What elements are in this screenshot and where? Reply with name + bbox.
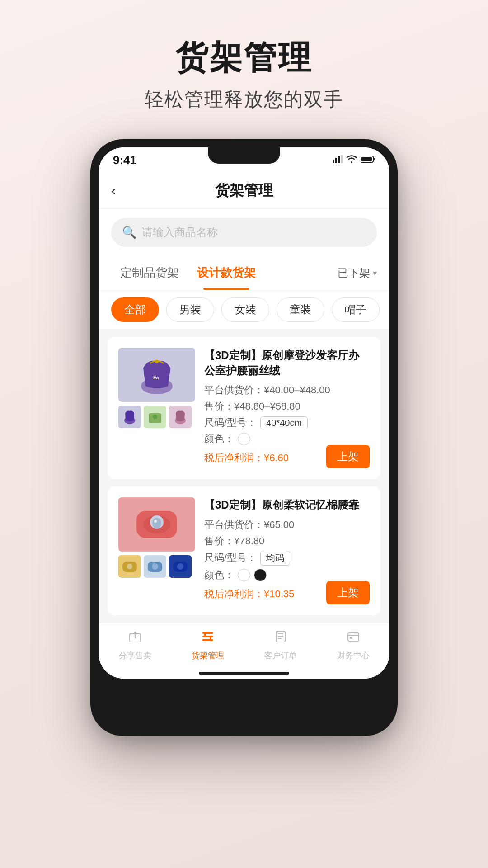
svg-rect-38 <box>350 637 352 639</box>
svg-point-24 <box>177 563 183 570</box>
category-women[interactable]: 女装 <box>221 297 269 322</box>
nav-bar: ‹ 货架管理 <box>99 173 389 209</box>
svg-point-20 <box>127 564 132 569</box>
nav-title: 货架管理 <box>133 181 355 201</box>
product-platform-price-1: 平台供货价：¥40.00–¥48.00 <box>204 383 370 397</box>
page-subtitle: 轻松管理释放您的双手 <box>145 87 343 112</box>
back-button[interactable]: ‹ <box>111 182 133 199</box>
share-icon <box>128 629 142 647</box>
app-content: ‹ 货架管理 🔍 请输入商品名称 定制品货架 设计款货架 <box>99 173 389 679</box>
color-label-2: 颜色： <box>204 568 234 582</box>
page-main-title: 货架管理 <box>145 36 343 80</box>
chevron-down-icon: ▾ <box>373 268 377 278</box>
svg-rect-2 <box>338 156 340 163</box>
svg-rect-36 <box>348 633 359 641</box>
product-size-row-2: 尺码/型号： 均码 <box>204 551 370 566</box>
phone-inner: 9:41 <box>99 147 389 679</box>
nav-item-order[interactable]: 客户订单 <box>244 629 317 661</box>
product-thumb-1b <box>144 406 166 428</box>
shelf-icon <box>201 629 215 647</box>
product-size-row-1: 尺码/型号： 40*40cm <box>204 416 370 429</box>
home-indicator <box>99 668 389 679</box>
tab-custom[interactable]: 定制品货架 <box>111 256 188 290</box>
svg-text:Ea: Ea <box>153 375 159 380</box>
svg-rect-3 <box>341 155 343 163</box>
product-sale-price-2: 售价：¥78.80 <box>204 534 370 548</box>
nav-label-order: 客户订单 <box>264 650 297 661</box>
svg-rect-27 <box>202 632 213 634</box>
svg-rect-29 <box>202 639 213 641</box>
product-thumbs-1 <box>118 406 195 428</box>
wifi-icon <box>346 154 357 166</box>
nav-item-finance[interactable]: 财务中心 <box>317 629 389 661</box>
search-bar[interactable]: 🔍 请输入商品名称 <box>111 218 377 247</box>
svg-rect-5 <box>373 158 375 160</box>
product-sale-price-1: 售价：¥48.80–¥58.80 <box>204 400 370 413</box>
bottom-nav: 分享售卖 货架管理 客户订单 <box>99 623 389 668</box>
svg-rect-30 <box>204 634 206 636</box>
status-icons <box>333 154 375 166</box>
size-tag-1: 40*40cm <box>260 416 308 429</box>
signal-icon <box>333 154 343 166</box>
battery-icon <box>361 154 375 166</box>
product-name-2: 【3D定制】原创柔软记忆棉腰靠 <box>204 497 370 513</box>
category-hat[interactable]: 帽子 <box>332 297 380 322</box>
tab-design[interactable]: 设计款货架 <box>188 256 265 290</box>
product-thumb-1a <box>118 406 141 428</box>
color-label-1: 颜色： <box>204 432 234 446</box>
nav-label-shelf: 货架管理 <box>192 650 224 661</box>
category-all[interactable]: 全部 <box>111 297 159 322</box>
status-time: 9:41 <box>113 153 136 167</box>
search-icon: 🔍 <box>122 226 136 240</box>
action-btn-1[interactable]: 上架 <box>326 445 370 468</box>
size-label-2: 尺码/型号： <box>204 551 257 565</box>
nav-label-finance: 财务中心 <box>337 650 370 661</box>
status-bar: 9:41 <box>99 147 389 173</box>
action-btn-2[interactable]: 上架 <box>326 581 370 604</box>
nav-item-shelf[interactable]: 货架管理 <box>171 629 244 661</box>
svg-point-17 <box>152 518 161 528</box>
product-image-wrap-2 <box>118 497 195 604</box>
product-image-main-2 <box>118 497 195 552</box>
search-placeholder-text: 请输入商品名称 <box>142 225 218 240</box>
product-color-row-2: 颜色： <box>204 568 370 582</box>
pillow-illustration <box>132 504 182 545</box>
svg-point-12 <box>153 415 157 419</box>
category-kids[interactable]: 童装 <box>277 297 324 322</box>
product-card-1: Ea <box>108 337 380 479</box>
tabs-section: 定制品货架 设计款货架 已下架 ▾ <box>99 256 389 290</box>
svg-rect-6 <box>361 157 372 161</box>
svg-rect-1 <box>335 158 337 163</box>
category-men[interactable]: 男装 <box>166 297 214 322</box>
product-list: Ea <box>99 330 389 623</box>
svg-rect-31 <box>210 637 211 639</box>
page-header: 货架管理 轻松管理释放您的双手 <box>145 36 343 112</box>
product-thumb-2a <box>118 555 141 578</box>
status-filter-label: 已下架 <box>338 266 370 280</box>
product-thumb-1c <box>169 406 192 428</box>
notch <box>208 147 280 164</box>
bag-illustration: Ea <box>134 354 179 395</box>
product-thumb-2b <box>144 555 166 578</box>
nav-item-share[interactable]: 分享售卖 <box>99 629 171 661</box>
product-card-2: 【3D定制】原创柔软记忆棉腰靠 平台供货价：¥65.00 售价：¥78.80 尺… <box>108 486 380 615</box>
svg-point-22 <box>152 563 158 570</box>
color-swatch-white-1 <box>238 433 250 445</box>
product-platform-price-2: 平台供货价：¥65.00 <box>204 518 370 532</box>
product-image-main-1: Ea <box>118 348 195 402</box>
color-swatch-black-2 <box>254 569 267 581</box>
size-tag-2: 均码 <box>260 551 290 566</box>
svg-rect-28 <box>202 636 213 637</box>
phone-frame: 9:41 <box>90 139 398 736</box>
product-color-row-1: 颜色： <box>204 432 370 446</box>
status-filter[interactable]: 已下架 ▾ <box>338 266 377 280</box>
product-name-1: 【3D定制】原创摩登沙发客厅办公室护腰丽丝绒 <box>204 348 370 378</box>
search-section: 🔍 请输入商品名称 <box>99 209 389 256</box>
tabs-left: 定制品货架 设计款货架 <box>111 256 265 290</box>
category-section: 全部 男装 女装 童装 帽子 <box>99 290 389 330</box>
svg-point-8 <box>155 360 159 363</box>
home-bar <box>199 672 289 675</box>
color-swatch-white-2 <box>238 569 250 581</box>
product-image-wrap-1: Ea <box>118 348 195 468</box>
nav-label-share: 分享售卖 <box>119 650 151 661</box>
